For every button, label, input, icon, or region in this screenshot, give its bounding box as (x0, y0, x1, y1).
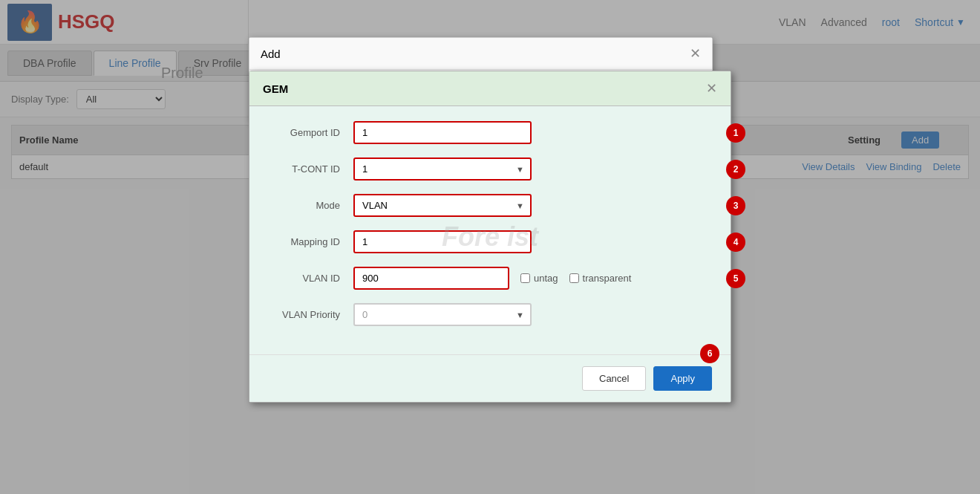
mapping-id-row: Mapping ID 4 (272, 230, 708, 253)
add-dialog-title: Add (261, 48, 281, 60)
mode-label: Mode (272, 200, 353, 211)
gemport-id-label: Gemport ID (272, 127, 353, 138)
gemport-id-input[interactable] (353, 121, 532, 144)
vlan-priority-row: VLAN Priority 0 1 2 3 4 5 6 7 (272, 303, 708, 326)
untag-group: untag (520, 273, 558, 284)
mode-row: Mode VLAN 3 (272, 194, 708, 217)
gem-dialog-footer: 6 Cancel Apply (249, 354, 731, 402)
mode-select-wrapper: VLAN (353, 194, 532, 217)
gem-dialog: GEM ✕ Gemport ID 1 T-CONT ID 1 2 Mode VL… (249, 71, 731, 403)
mapping-id-label: Mapping ID (272, 236, 353, 247)
gemport-id-row: Gemport ID 1 (272, 121, 708, 144)
untag-label[interactable]: untag (534, 273, 558, 284)
cancel-button[interactable]: Cancel (582, 366, 646, 391)
add-dialog-header: Add ✕ (249, 38, 712, 70)
gem-dialog-close-button[interactable]: ✕ (706, 80, 717, 97)
gem-dialog-header: GEM ✕ (249, 71, 731, 106)
transparent-label[interactable]: transparent (583, 273, 632, 284)
step-5-badge: 5 (726, 269, 745, 288)
step-3-badge: 3 (726, 196, 745, 215)
mode-select[interactable]: VLAN (353, 194, 532, 217)
vlan-id-group: untag transparent (353, 267, 631, 290)
apply-button[interactable]: Apply (653, 366, 712, 391)
tcont-id-select-wrapper: 1 (353, 157, 532, 181)
mapping-id-input[interactable] (353, 230, 532, 253)
step-6-badge: 6 (700, 344, 719, 363)
vlan-id-input[interactable] (353, 267, 509, 290)
gem-dialog-title: GEM (263, 82, 288, 95)
vlan-priority-select-wrapper: 0 1 2 3 4 5 6 7 (353, 303, 532, 326)
vlan-priority-label: VLAN Priority (272, 309, 353, 320)
gem-dialog-body: Gemport ID 1 T-CONT ID 1 2 Mode VLAN 3 (249, 106, 731, 354)
vlan-id-label: VLAN ID (272, 273, 353, 284)
tcont-id-label: T-CONT ID (272, 163, 353, 175)
tcont-id-row: T-CONT ID 1 2 (272, 157, 708, 181)
tcont-id-select[interactable]: 1 (353, 157, 532, 181)
add-dialog-close-button[interactable]: ✕ (690, 45, 701, 62)
vlan-priority-select[interactable]: 0 1 2 3 4 5 6 7 (353, 303, 532, 326)
transparent-checkbox[interactable] (569, 273, 579, 283)
transparent-group: transparent (569, 273, 632, 284)
vlan-id-row: VLAN ID untag transparent 5 (272, 267, 708, 290)
step-4-badge: 4 (726, 233, 745, 252)
untag-checkbox[interactable] (520, 273, 530, 283)
step-1-badge: 1 (726, 123, 745, 143)
step-2-badge: 2 (726, 160, 745, 179)
